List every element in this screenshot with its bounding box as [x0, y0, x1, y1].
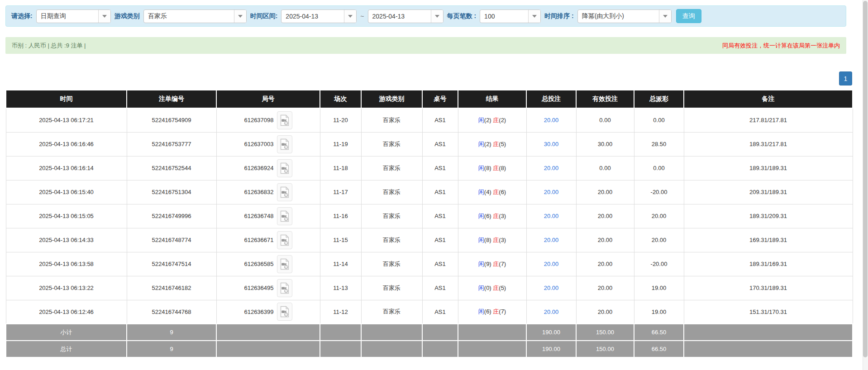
- time-sort-select[interactable]: 降冪(由大到小): [577, 9, 672, 23]
- total-bet-link[interactable]: 20.00: [544, 117, 559, 123]
- scrollbar-thumb[interactable]: [863, 1, 868, 357]
- payout-cell: 0.00: [634, 156, 684, 180]
- date-to-value: 2025-04-13: [368, 10, 431, 23]
- game-type-cell: 百家乐: [361, 228, 422, 252]
- banker-result-label: 庄: [493, 189, 499, 195]
- valid-bet-cell: 0.00: [576, 108, 634, 132]
- time-sort-value: 降冪(由大到小): [578, 10, 659, 23]
- player-result-label: 闲: [478, 237, 484, 243]
- video-file-icon[interactable]: [277, 303, 292, 321]
- player-result-score: (4): [484, 189, 491, 195]
- total-bet-cell: 20.00: [526, 204, 576, 228]
- game-type-value: 百家乐: [144, 10, 234, 23]
- round-id: 612636924: [244, 165, 273, 171]
- valid-bet-cell: 20.00: [576, 228, 634, 252]
- bet-records-table: 时间注单编号局号场次游戏类别桌号结果总投注有效投注总派彩备注 2025-04-1…: [5, 90, 853, 358]
- vertical-scrollbar[interactable]: [863, 0, 868, 370]
- total-bet-cell: 20.00: [526, 180, 576, 204]
- banker-result-score: (8): [499, 165, 506, 171]
- session-cell: 11-18: [320, 156, 361, 180]
- banker-result-label: 庄: [493, 285, 499, 291]
- result-cell: 闲(2) 庄(5): [458, 132, 526, 156]
- table-row: 2025-04-13 06:15:40 522416751304 6126368…: [6, 180, 853, 204]
- total-bet-link[interactable]: 20.00: [544, 237, 559, 243]
- total-bet-link[interactable]: 20.00: [544, 189, 559, 195]
- time-cell: 2025-04-13 06:17:21: [6, 108, 127, 132]
- per-page-select[interactable]: 100: [480, 9, 541, 23]
- search-button[interactable]: 查询: [676, 9, 701, 23]
- video-file-icon[interactable]: [277, 255, 292, 273]
- player-result-label: 闲: [478, 141, 484, 147]
- result-cell: 闲(2) 庄(2): [458, 108, 526, 132]
- valid-bet-cell: 30.00: [576, 132, 634, 156]
- date-to-select[interactable]: 2025-04-13: [368, 9, 444, 23]
- query-type-select[interactable]: 日期查询: [36, 9, 111, 23]
- session-cell: 11-13: [320, 276, 361, 300]
- total-bet-link[interactable]: 20.00: [544, 165, 559, 171]
- chevron-down-icon[interactable]: [659, 10, 671, 23]
- game-type-select[interactable]: 百家乐: [143, 9, 247, 23]
- game-type-cell: 百家乐: [361, 180, 422, 204]
- round-id: 612636748: [244, 213, 273, 219]
- time-cell: 2025-04-13 06:13:58: [6, 252, 127, 276]
- banker-result-score: (5): [499, 141, 506, 147]
- result-cell: 闲(0) 庄(5): [458, 276, 526, 300]
- banker-result-score: (7): [499, 308, 506, 315]
- video-file-icon[interactable]: [277, 279, 292, 297]
- chevron-down-icon[interactable]: [344, 10, 356, 23]
- table-number-cell: AS1: [422, 156, 458, 180]
- payout-cell: 28.50: [634, 132, 684, 156]
- round-id: 612636399: [244, 308, 273, 315]
- payout-cell: 19.00: [634, 300, 684, 324]
- date-from-select[interactable]: 2025-04-13: [281, 9, 357, 23]
- banker-result-score: (5): [499, 285, 506, 291]
- banker-result-score: (2): [499, 117, 506, 123]
- round-cell: 612636832: [216, 180, 320, 204]
- total-bet-cell: 30.00: [526, 132, 576, 156]
- video-file-icon[interactable]: [277, 159, 292, 177]
- video-file-icon[interactable]: [277, 135, 292, 153]
- total-bet-link[interactable]: 20.00: [544, 261, 559, 267]
- column-header: 结果: [458, 90, 526, 108]
- chevron-down-icon[interactable]: [528, 10, 540, 23]
- remark-cell: 189.31/217.81: [684, 132, 853, 156]
- valid-bet-cell: 20.00: [576, 276, 634, 300]
- valid-bet-cell: 20.00: [576, 252, 634, 276]
- column-header: 备注: [684, 90, 853, 108]
- payout-cell: -20.00: [634, 252, 684, 276]
- remark-cell: 189.31/169.31: [684, 252, 853, 276]
- total-bet-link[interactable]: 30.00: [544, 141, 559, 147]
- video-file-icon[interactable]: [277, 207, 292, 225]
- game-type-cell: 百家乐: [361, 204, 422, 228]
- chevron-down-icon[interactable]: [431, 10, 443, 23]
- banker-result-label: 庄: [493, 308, 499, 315]
- round-cell: 612636495: [216, 276, 320, 300]
- game-type-cell: 百家乐: [361, 132, 422, 156]
- summary-info-bar: 币别 : 人民币 | 总共 :9 注单 | 同局有效投注，统一计算在该局第一张注…: [5, 37, 846, 54]
- total-bet-link[interactable]: 20.00: [544, 285, 559, 291]
- result-cell: 闲(9) 庄(7): [458, 252, 526, 276]
- banker-result-score: (7): [499, 261, 506, 267]
- chevron-down-icon[interactable]: [98, 10, 110, 23]
- total-bet-cell: 20.00: [526, 300, 576, 324]
- video-file-icon[interactable]: [277, 231, 292, 249]
- banker-result-score: (3): [499, 237, 506, 243]
- subtotal-row: 小计 9 190.00 150.00 66.50: [6, 324, 853, 341]
- table-row: 2025-04-13 06:13:58 522416747514 6126365…: [6, 252, 853, 276]
- remark-cell: 217.81/217.81: [684, 108, 853, 132]
- chevron-down-icon[interactable]: [234, 10, 246, 23]
- remark-cell: 209.31/189.31: [684, 180, 853, 204]
- video-file-icon[interactable]: [277, 183, 292, 201]
- subtotal-count: 9: [127, 324, 216, 341]
- total-bet-link[interactable]: 20.00: [544, 213, 559, 219]
- player-result-score: (9): [484, 261, 491, 267]
- total-bet-link[interactable]: 20.00: [544, 308, 559, 315]
- bet-id-cell: 522416747514: [127, 252, 216, 276]
- banker-result-label: 庄: [493, 261, 499, 267]
- video-file-icon[interactable]: [277, 111, 292, 129]
- result-cell: 闲(6) 庄(3): [458, 204, 526, 228]
- total-bet-cell: 20.00: [526, 108, 576, 132]
- page-1-button[interactable]: 1: [839, 71, 852, 85]
- total-bet-cell: 20.00: [526, 228, 576, 252]
- column-header: 时间: [6, 90, 127, 108]
